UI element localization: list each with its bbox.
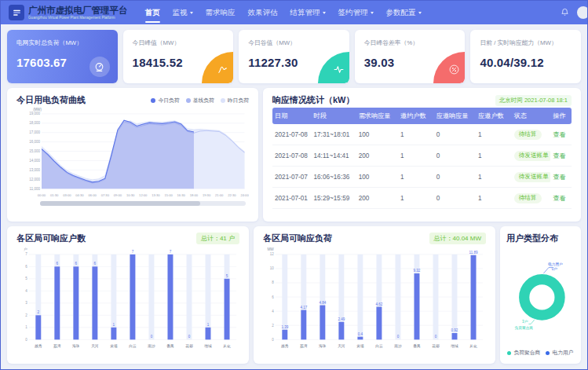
legend-item[interactable]: 负荷聚合商	[507, 349, 540, 357]
bar-value-label: 4.17	[300, 306, 307, 310]
x-tick-label: 13:30	[152, 193, 160, 197]
cell-status: 待发送账单	[512, 167, 551, 188]
status-badge: 待结算	[514, 130, 542, 140]
nav-item-5[interactable]: 签约管理	[332, 1, 380, 24]
y-tick-label: 4	[25, 289, 27, 293]
nav-item-label: 效果评估	[248, 8, 278, 18]
kpi-card-4: 日前 / 实时响应能力（MW）40.04/39.12	[470, 30, 581, 83]
nav-item-4[interactable]: 结算管理	[284, 1, 332, 24]
column-header: 需求响应量	[356, 108, 398, 124]
x-tick-label: 22:30	[228, 193, 236, 197]
x-tick-label: 番禺	[166, 343, 173, 349]
cell-responded_amount: 0	[434, 145, 476, 167]
bar-track	[433, 255, 439, 339]
donut-callout-value: 0户	[552, 267, 558, 271]
kpi-card-3: 今日峰谷差率（%）39.03	[355, 30, 466, 83]
topbar-right	[561, 5, 579, 20]
cell-responded_amount: 0	[434, 167, 476, 188]
bar	[282, 330, 287, 340]
bar-track	[357, 255, 363, 339]
cell-invited_count: 1	[398, 188, 434, 209]
x-tick-label: 天河	[91, 344, 99, 348]
bar	[130, 255, 135, 339]
bar	[338, 322, 344, 340]
donut-callout-value: 3户	[522, 320, 528, 324]
nav-item-2[interactable]: 需求响应	[199, 1, 242, 24]
x-tick-label: 海珠	[319, 344, 327, 348]
bar	[376, 307, 382, 340]
x-tick-label: 18:00	[190, 193, 199, 197]
y-tick-label: 6	[25, 265, 27, 269]
nav-item-6[interactable]: 参数配置	[380, 1, 428, 24]
chart-datazoom-slider[interactable]	[40, 201, 246, 206]
column-header: 状态	[512, 108, 551, 124]
legend-item[interactable]: 今日负荷	[151, 97, 179, 104]
cell-date: 2021-07-08	[272, 124, 312, 145]
y-tick-label: 12	[270, 252, 275, 256]
y-tick-label: 4	[272, 310, 274, 313]
datazoom-fill[interactable]	[40, 201, 200, 206]
column-header: 时段	[312, 108, 356, 124]
status-badge: 待结算	[514, 193, 542, 203]
cell-responded_count: 1	[476, 167, 512, 188]
cell-date: 2021-07-01	[272, 188, 312, 209]
bar-value-label: 7	[170, 250, 172, 254]
kpi-label: 今日峰谷差率（%）	[364, 38, 456, 47]
status-badge: 待发送账单	[514, 151, 551, 161]
bar	[54, 266, 60, 339]
x-tick-label: 21:00	[215, 193, 224, 197]
y-tick-label: 14,000	[29, 159, 40, 163]
legend-item[interactable]: 电力用户	[546, 349, 573, 357]
nav-item-label: 首页	[145, 8, 160, 18]
view-link[interactable]: 查看	[553, 131, 565, 138]
view-link[interactable]: 查看	[553, 195, 565, 202]
user-type-legend: 负荷聚合商电力用户	[506, 347, 575, 357]
y-tick-label: 10	[270, 266, 275, 270]
bar-value-label: 2.49	[338, 317, 345, 321]
x-tick-label: 07:30	[101, 193, 110, 197]
view-link[interactable]: 查看	[553, 174, 565, 181]
kpi-card-1: 今日峰值（MW）18415.52	[123, 30, 234, 83]
bar-value-label: 0.4	[358, 332, 363, 336]
y-tick-label: 15,000	[29, 149, 40, 153]
chevron-down-icon	[323, 12, 326, 14]
cell-date: 2021-07-08	[272, 145, 312, 167]
load-total-badge: 总计：40.04 MW	[429, 233, 486, 244]
legend-item[interactable]: 基线负荷	[186, 97, 214, 104]
nav-item-3[interactable]: 效果评估	[242, 1, 284, 24]
x-tick-label: 04:30	[75, 193, 84, 197]
legend-dot	[507, 351, 511, 355]
bar-value-label: 7	[132, 250, 134, 254]
nav-item-label: 结算管理	[290, 8, 320, 18]
y-tick-label: 3	[25, 301, 27, 305]
cell-period: 14:11~14:41	[312, 145, 356, 167]
y-tick-label: 8	[272, 280, 274, 284]
legend-item[interactable]: 昨日负荷	[221, 97, 249, 104]
x-tick-label: 花都	[432, 344, 440, 349]
x-tick-label: 南沙	[148, 344, 155, 348]
x-tick-label: 南沙	[394, 344, 402, 348]
y-tick-label: 13,000	[29, 168, 40, 172]
bottom-row: 各区局可响应户数 总计：41 户 01234567户2越秀6荔湾6海珠6天河1黄…	[7, 226, 581, 364]
nav-item-0[interactable]: 首页	[139, 1, 166, 24]
bell-icon[interactable]	[561, 5, 569, 20]
response-stats-title: 响应情况统计（kW）	[272, 94, 355, 106]
column-header: 邀约户数	[398, 108, 434, 124]
nav-item-1[interactable]: 监视	[166, 1, 199, 24]
bar-track	[395, 255, 400, 339]
cell-responded_count: 1	[476, 124, 512, 145]
user-avatar[interactable]	[577, 6, 588, 19]
kpi-label: 电网实时总负荷（MW）	[16, 38, 108, 47]
bar-value-label: 1.39	[281, 325, 288, 329]
y-axis-unit: 户	[24, 247, 27, 251]
x-tick-label: 从化	[223, 344, 231, 349]
column-header: 应邀户数	[476, 108, 512, 124]
nav-item-label: 参数配置	[386, 8, 416, 18]
view-link[interactable]: 查看	[553, 152, 565, 159]
x-tick-label: 番禺	[413, 343, 420, 349]
legend-label: 昨日负荷	[228, 97, 249, 104]
bar-value-label: 11.89	[469, 251, 478, 255]
kpi-label: 日前 / 实时响应能力（MW）	[480, 38, 572, 47]
bar-value-label: 0.92	[451, 328, 458, 332]
app-subtitle: Guangzhou Virtual Power Plant Management…	[28, 16, 128, 20]
